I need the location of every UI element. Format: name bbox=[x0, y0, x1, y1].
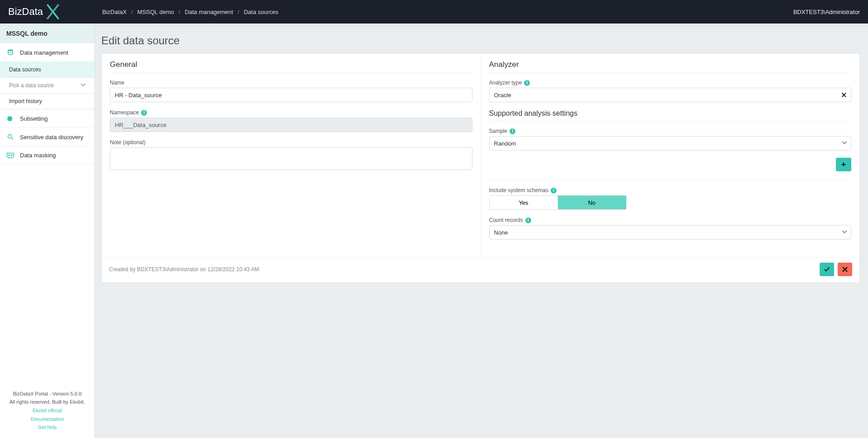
field-name: Name bbox=[110, 80, 472, 102]
sidebar-item-label: Sensitive data discovery bbox=[20, 134, 83, 141]
add-button[interactable]: + bbox=[836, 158, 851, 171]
footer-link-docs[interactable]: Documentation bbox=[3, 415, 92, 424]
note-textarea[interactable] bbox=[110, 147, 472, 170]
footer-rights: All rights reserved. Built by Ekobit. bbox=[3, 398, 92, 406]
supported-heading: Supported analysis settings bbox=[489, 109, 852, 122]
edit-card: General Name Namespace i Note (optiona bbox=[101, 53, 860, 283]
toggle-no[interactable]: No bbox=[558, 196, 626, 209]
include-schemas-toggle: Yes No bbox=[489, 195, 627, 210]
footer-link-help[interactable]: Get help bbox=[3, 423, 92, 432]
cancel-button[interactable] bbox=[838, 263, 852, 276]
sidebar: MSSQL demo Data management Data sources … bbox=[0, 24, 95, 438]
crumb-sep: / bbox=[179, 9, 180, 15]
info-icon[interactable]: i bbox=[509, 128, 515, 134]
analyzer-type-value[interactable] bbox=[489, 88, 852, 102]
clear-icon[interactable]: ✕ bbox=[841, 91, 847, 99]
svg-point-1 bbox=[8, 135, 12, 138]
general-heading: General bbox=[110, 60, 472, 73]
sidebar-item-sensitive-discovery[interactable]: Sensitive data discovery bbox=[0, 128, 94, 146]
sidebar-item-subsetting[interactable]: Subsetting bbox=[0, 109, 94, 128]
crumb-3[interactable]: Data sources bbox=[244, 9, 278, 15]
sidebar-footer: BizDataX Portal - Version 5.0.0 All righ… bbox=[0, 385, 94, 438]
pick-source-label: Pick a data source bbox=[9, 82, 54, 89]
field-count-records: Count records i bbox=[489, 217, 852, 240]
field-namespace: Namespace i bbox=[110, 109, 472, 132]
count-label-text: Count records bbox=[489, 217, 523, 223]
analyzer-type-label: Analyzer type i bbox=[489, 80, 852, 86]
svg-point-4 bbox=[11, 155, 12, 155]
svg-line-2 bbox=[11, 138, 13, 140]
count-label: Count records i bbox=[489, 217, 852, 223]
sample-label-text: Sample bbox=[489, 128, 508, 134]
crumb-sep: / bbox=[238, 9, 240, 15]
footer-link-ekobit[interactable]: Ekobit official bbox=[3, 406, 92, 415]
info-icon[interactable]: i bbox=[525, 217, 531, 223]
mask-icon bbox=[6, 152, 14, 159]
footer-version: BizDataX Portal - Version 5.0.0 bbox=[3, 390, 92, 398]
sidebar-sub-data-sources[interactable]: Data sources bbox=[0, 62, 94, 78]
crumb-sep: / bbox=[131, 9, 133, 15]
database-icon bbox=[6, 49, 14, 56]
name-label: Name bbox=[110, 80, 472, 86]
puzzle-icon bbox=[6, 115, 14, 122]
svg-point-0 bbox=[8, 49, 13, 51]
count-value[interactable] bbox=[489, 225, 852, 240]
field-include-schemas: Include system schemas i Yes No bbox=[489, 187, 852, 210]
name-input[interactable] bbox=[110, 88, 472, 102]
note-label: Note (optional) bbox=[110, 139, 472, 146]
logo-x-icon bbox=[45, 4, 61, 20]
logo[interactable]: BizData bbox=[8, 4, 94, 20]
project-title: MSSQL demo bbox=[0, 24, 94, 43]
analyzer-column: Analyzer Analyzer type i ✕ Supported ana… bbox=[481, 54, 860, 258]
general-column: General Name Namespace i Note (optiona bbox=[102, 54, 481, 258]
namespace-input bbox=[110, 118, 472, 132]
namespace-label-text: Namespace bbox=[110, 109, 139, 116]
sidebar-item-label: Data masking bbox=[20, 152, 56, 159]
toggle-yes[interactable]: Yes bbox=[490, 196, 558, 209]
field-sample: Sample i bbox=[489, 128, 852, 151]
card-footer: Created by BDXTEST3\Administrator on 12/… bbox=[102, 258, 859, 283]
svg-point-3 bbox=[9, 155, 9, 155]
sidebar-item-label: Subsetting bbox=[20, 115, 47, 122]
sidebar-pick-data-source[interactable]: Pick a data source bbox=[0, 78, 94, 94]
info-icon[interactable]: i bbox=[524, 80, 530, 86]
crumb-1[interactable]: MSSQL demo bbox=[137, 9, 174, 15]
field-add-sample: + bbox=[489, 158, 852, 180]
sidebar-sub-import-history[interactable]: Import history bbox=[0, 94, 94, 109]
namespace-label: Namespace i bbox=[110, 109, 472, 116]
search-icon bbox=[6, 133, 14, 141]
include-label-text: Include system schemas bbox=[489, 187, 548, 193]
close-icon bbox=[842, 267, 848, 272]
chevron-down-icon bbox=[81, 82, 85, 89]
crumb-0[interactable]: BizDataX bbox=[102, 9, 127, 15]
include-label: Include system schemas i bbox=[489, 187, 852, 193]
check-icon bbox=[824, 266, 830, 273]
main-area: Edit data source General Name Namespace … bbox=[95, 24, 868, 438]
sample-select[interactable] bbox=[489, 136, 852, 151]
analyzer-heading: Analyzer bbox=[489, 60, 852, 73]
global-header: BizData BizDataX / MSSQL demo / Data man… bbox=[0, 0, 868, 24]
field-analyzer-type: Analyzer type i ✕ bbox=[489, 80, 852, 102]
current-user[interactable]: BDXTEST3\Administrator bbox=[793, 9, 860, 15]
sample-value[interactable] bbox=[489, 136, 852, 151]
confirm-button[interactable] bbox=[820, 263, 834, 276]
field-note: Note (optional) bbox=[110, 139, 472, 172]
created-by-text: Created by BDXTEST3\Administrator on 12/… bbox=[109, 266, 259, 273]
app-body: MSSQL demo Data management Data sources … bbox=[0, 24, 868, 438]
analyzer-type-label-text: Analyzer type bbox=[489, 80, 522, 86]
page-title: Edit data source bbox=[101, 34, 860, 47]
sidebar-item-data-masking[interactable]: Data masking bbox=[0, 146, 94, 165]
sample-label: Sample i bbox=[489, 128, 852, 134]
breadcrumb: BizDataX / MSSQL demo / Data management … bbox=[102, 9, 278, 15]
sidebar-item-data-management[interactable]: Data management bbox=[0, 43, 94, 62]
crumb-2[interactable]: Data management bbox=[185, 9, 233, 15]
sidebar-item-label: Data management bbox=[20, 49, 68, 56]
analyzer-type-select[interactable]: ✕ bbox=[489, 88, 852, 102]
info-icon[interactable]: i bbox=[141, 110, 147, 116]
logo-text: BizData bbox=[8, 6, 43, 18]
count-select[interactable] bbox=[489, 225, 852, 240]
info-icon[interactable]: i bbox=[551, 188, 557, 193]
